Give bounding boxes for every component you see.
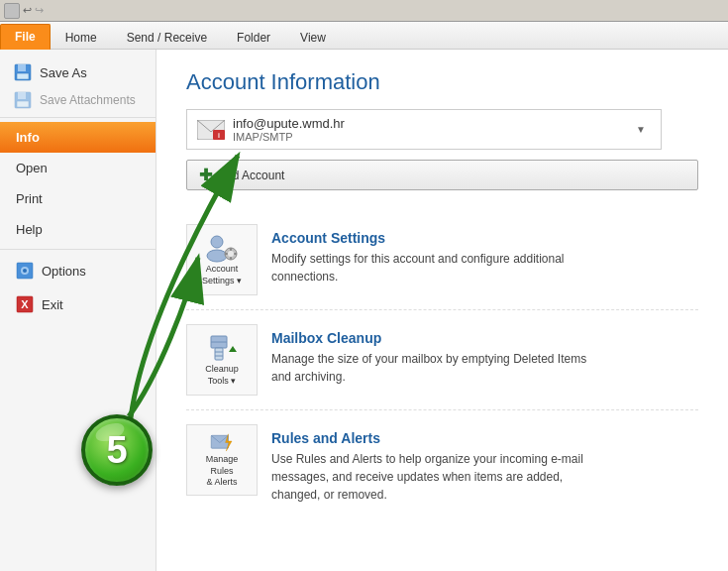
add-account-button[interactable]: ✚ Add Account [186,160,698,190]
account-type: IMAP/SMTP [233,131,631,143]
save-attachments-label: Save Attachments [40,93,136,107]
add-account-label: Add Account [218,169,284,182]
svg-rect-5 [17,101,29,107]
svg-rect-2 [17,73,29,79]
account-settings-desc: Modify settings for this account and con… [271,250,608,286]
help-label: Help [16,222,43,237]
svg-text:i: i [218,132,220,139]
svg-rect-19 [230,257,232,260]
svg-rect-21 [234,253,237,255]
account-settings-text: Account Settings Modify settings for thi… [271,224,608,286]
sidebar-item-save-attachments[interactable]: Save Attachments [0,87,156,113]
mailbox-cleanup-section: CleanupTools ▾ Mailbox Cleanup Manage th… [186,310,698,410]
page-title: Account Information [186,69,698,95]
svg-rect-4 [18,92,26,99]
account-settings-button[interactable]: AccountSettings ▾ [186,224,258,295]
tab-folder[interactable]: Folder [222,25,285,50]
rules-alerts-desc: Use Rules and Alerts to help organize yo… [271,450,608,504]
sidebar-item-open[interactable]: Open [0,153,156,183]
sidebar-item-help[interactable]: Help [0,214,156,245]
options-icon [16,262,34,280]
cleanup-tools-button[interactable]: CleanupTools ▾ [186,324,258,396]
cleanup-tools-icon [203,332,241,364]
svg-rect-20 [225,253,228,255]
account-info: info@upute.wmd.hr IMAP/SMTP [233,116,631,143]
svg-text:X: X [21,298,29,310]
mailbox-cleanup-desc: Manage the size of your mailbox by empty… [271,350,608,386]
tab-file[interactable]: File [0,24,51,50]
rules-alerts-title: Rules and Alerts [271,430,608,446]
svg-point-14 [211,236,223,248]
account-settings-icon [203,232,241,264]
account-settings-section: AccountSettings ▾ Account Settings Modif… [186,210,698,310]
svg-point-8 [23,269,27,273]
manage-rules-button[interactable]: Manage Rules& Alerts [186,424,258,496]
print-label: Print [16,191,43,206]
outlook-icon [4,3,20,19]
svg-rect-1 [18,64,26,71]
title-bar-icons: ↩ ↪ [4,3,44,19]
svg-point-17 [228,251,234,257]
sidebar: Save As Save Attachments Info Open Print… [0,50,156,571]
exit-label: Exit [42,297,63,312]
account-settings-icon-label: AccountSettings ▾ [202,264,242,286]
content-area: Account Information i info@upute.wmd.hr … [156,50,728,571]
options-label: Options [42,264,86,279]
sidebar-item-info[interactable]: Info [0,122,156,153]
divider-2 [0,249,156,250]
attachment-icon [14,91,32,109]
svg-rect-18 [230,248,232,251]
envelope-icon: i [197,120,225,140]
open-label: Open [16,161,48,175]
account-email: info@upute.wmd.hr [233,116,631,131]
svg-marker-27 [229,346,237,352]
info-label: Info [16,130,40,145]
save-as-label: Save As [40,65,87,80]
rules-alerts-text: Rules and Alerts Use Rules and Alerts to… [271,424,608,504]
svg-point-15 [207,250,227,262]
tab-home[interactable]: Home [51,25,112,50]
redo-button[interactable]: ↪ [35,4,44,17]
account-selector[interactable]: i info@upute.wmd.hr IMAP/SMTP ▼ [186,109,662,150]
manage-rules-icon-label: Manage Rules& Alerts [193,454,251,489]
sidebar-item-print[interactable]: Print [0,183,156,214]
dropdown-arrow-icon[interactable]: ▼ [631,124,651,135]
mailbox-cleanup-title: Mailbox Cleanup [271,330,608,346]
exit-icon: X [16,295,34,313]
plus-icon: ✚ [199,166,212,184]
account-settings-title: Account Settings [271,230,608,246]
rules-alerts-icon [203,431,241,454]
title-bar: ↩ ↪ [0,0,728,22]
sidebar-item-save-as[interactable]: Save As [0,57,156,87]
svg-rect-24 [215,348,223,360]
sidebar-item-options[interactable]: Options [0,254,156,287]
tab-send-receive[interactable]: Send / Receive [112,25,222,50]
rules-alerts-section: Manage Rules& Alerts Rules and Alerts Us… [186,410,698,517]
save-icon [14,63,32,81]
sidebar-item-exit[interactable]: X Exit [0,287,156,321]
cleanup-tools-icon-label: CleanupTools ▾ [205,364,239,387]
undo-button[interactable]: ↩ [23,4,32,17]
ribbon-tabs: File Home Send / Receive Folder View [0,22,728,50]
mailbox-cleanup-text: Mailbox Cleanup Manage the size of your … [271,324,608,386]
main-layout: Save As Save Attachments Info Open Print… [0,50,728,571]
tab-view[interactable]: View [285,25,341,50]
divider-1 [0,117,156,118]
